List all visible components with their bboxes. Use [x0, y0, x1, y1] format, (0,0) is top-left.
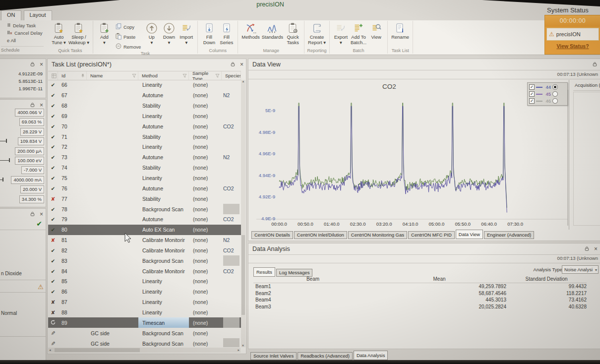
scrollbar-thumb[interactable]: [55, 348, 140, 352]
close-icon[interactable]: ×: [40, 212, 43, 217]
down-button[interactable]: Down▾: [160, 21, 178, 46]
scroll-up-icon[interactable]: ▲: [242, 80, 245, 83]
fill-series-button[interactable]: FillSeries: [218, 21, 235, 46]
legend-checkbox[interactable]: ✓: [529, 84, 535, 90]
panel-controls[interactable]: [592, 61, 598, 67]
legend-checkbox[interactable]: ✓: [529, 91, 535, 97]
parameter-field[interactable]: 109.834 V: [18, 137, 44, 145]
tab-centrion-mfc-pid[interactable]: CentrION MFC PID: [408, 231, 455, 239]
select-all-header[interactable]: [48, 71, 58, 80]
task-row[interactable]: ✔72Linearity(none): [48, 142, 241, 152]
tab-data-analysis[interactable]: Data Analysis: [354, 351, 388, 360]
lock-icon[interactable]: [230, 61, 236, 67]
task-row[interactable]: ✔78Background Scan(none): [48, 204, 241, 214]
slider-handle[interactable]: [2, 178, 3, 182]
task-row[interactable]: ✔84Calibrate Monitorir(none)CO2: [48, 266, 241, 276]
tab-centrion-details[interactable]: CentrION Details: [251, 231, 293, 239]
sleep-wakeup-button[interactable]: Sleep /Wakeup ▾: [67, 21, 90, 46]
tab-log-messages[interactable]: Log Messages: [276, 269, 313, 277]
ribbon-tab-on[interactable]: ON: [1, 10, 21, 20]
import-button[interactable]: Import▾: [178, 21, 195, 46]
task-row[interactable]: ✘87Linearity(none): [48, 297, 241, 307]
add-to-batch-button[interactable]: Add ToBatch...: [350, 21, 367, 46]
legend-radio[interactable]: [552, 91, 558, 97]
task-row[interactable]: ✔86Linearity(none): [48, 287, 241, 297]
task-row[interactable]: 89Timescan(none): [48, 317, 241, 328]
lock-icon[interactable]: [30, 102, 35, 108]
scrollbar-thumb[interactable]: [241, 235, 245, 315]
parameter-field[interactable]: 200.000 µA: [15, 147, 44, 155]
tab-readbacks-advanced[interactable]: Readbacks (Advanced): [298, 352, 353, 360]
column-header-method[interactable]: Method: [138, 71, 189, 80]
rename-button[interactable]: Rename: [390, 21, 410, 41]
slider-handle[interactable]: [9, 158, 10, 162]
delay-task-button[interactable]: Delay Task: [0, 22, 47, 29]
slider-track[interactable]: [0, 160, 9, 161]
column-header-species[interactable]: Species: [222, 71, 241, 80]
lock-icon[interactable]: [30, 61, 35, 67]
lock-icon[interactable]: [584, 246, 590, 251]
scroll-down-icon[interactable]: ▼: [241, 344, 244, 347]
tab-centrion-inlet-dilution[interactable]: CentrION Inlet/Dilution: [294, 231, 347, 239]
column-header-name[interactable]: Name: [87, 71, 138, 80]
parameter-field[interactable]: 20.000 V: [20, 185, 44, 193]
panel-controls[interactable]: ×: [30, 211, 43, 217]
task-list-header[interactable]: IdNameMethodSample TypeSpecies: [48, 71, 241, 80]
remove-button[interactable]: Remove: [115, 43, 141, 51]
close-icon[interactable]: ×: [594, 246, 598, 251]
task-row[interactable]: ✔76Autotune(none)CO2: [48, 183, 241, 193]
panel-controls[interactable]: ×: [584, 246, 598, 251]
ribbon-tab-layout[interactable]: Layout: [24, 10, 52, 20]
panel-controls[interactable]: ×: [30, 61, 43, 67]
task-row[interactable]: ✔80Auto EX Scan(none): [48, 225, 241, 235]
quick-tasks-button[interactable]: QuickTasks: [284, 21, 301, 46]
auto-tune-button[interactable]: AutoTune ▾: [50, 21, 67, 46]
methods-button[interactable]: Methods: [240, 21, 260, 41]
task-row[interactable]: ✔74Stability(none): [48, 163, 241, 173]
task-row[interactable]: ✘81Calibrate Monitorir(none)N2: [48, 235, 241, 245]
vertical-scrollbar[interactable]: ▲▼: [241, 80, 245, 347]
task-row[interactable]: ✔66Linearity(none): [48, 80, 241, 90]
tab-centrion-monitoring-gas[interactable]: CentrION Monitoring Gas: [348, 231, 407, 239]
task-row[interactable]: ✔79Autotune(none)CO2: [48, 214, 241, 225]
parameter-field[interactable]: 28.229 V: [20, 128, 44, 136]
lock-icon[interactable]: [592, 61, 598, 67]
legend-radio[interactable]: [552, 84, 558, 90]
analysis-type-dropdown[interactable]: Noise Analysi▾: [562, 265, 599, 274]
tab-results[interactable]: Results: [253, 267, 275, 277]
task-row[interactable]: ✎GC sideBackground Scan(none): [48, 328, 241, 338]
task-row[interactable]: ✔73Autotune(none)N2: [48, 152, 241, 163]
task-row[interactable]: ✔85Linearity(none): [48, 276, 241, 287]
up-button[interactable]: Up▾: [143, 21, 160, 46]
task-row[interactable]: ✔68Stability(none): [48, 101, 241, 111]
parameter-field[interactable]: 100.000 eV: [15, 157, 44, 165]
column-header-sample-type[interactable]: Sample Type: [189, 71, 222, 80]
create-report-button[interactable]: CreateReport ▾: [307, 21, 327, 46]
task-row[interactable]: ✘88Linearity(none): [48, 307, 241, 318]
lock-icon[interactable]: [30, 211, 35, 217]
task-row[interactable]: ✎GC sideBackground Scan(none): [48, 338, 241, 347]
close-icon[interactable]: ×: [40, 62, 43, 67]
legend-radio[interactable]: [552, 98, 558, 104]
task-row[interactable]: ✔83Background Scan(none): [48, 255, 241, 266]
parameter-field[interactable]: 34.300 %: [19, 195, 44, 203]
parameter-field[interactable]: 4000.000 mA: [11, 176, 44, 184]
task-row[interactable]: ✔71Stability(none): [48, 131, 241, 142]
slider-track[interactable]: [0, 141, 6, 141]
panel-controls[interactable]: ×: [30, 102, 43, 108]
parameter-field[interactable]: 69.063 %: [19, 118, 44, 126]
tab-source-inlet-valves[interactable]: Source Inlet Valves: [250, 352, 297, 360]
fill-down-button[interactable]: FillDown: [200, 21, 218, 46]
e-all-button[interactable]: e All: [0, 37, 47, 44]
horizontal-scrollbar[interactable]: ◂▸: [48, 348, 240, 353]
legend-checkbox[interactable]: ✓: [529, 98, 535, 104]
close-icon[interactable]: ×: [40, 103, 43, 108]
export-button[interactable]: Export▾: [332, 21, 350, 46]
tab-engineer-advanced[interactable]: Engineer (Advanced): [484, 231, 534, 239]
cancel-delay-button[interactable]: Cancel Delay: [0, 29, 47, 37]
tab-data-view[interactable]: Data View: [456, 230, 483, 239]
slider-handle[interactable]: [6, 139, 7, 143]
scroll-right-icon[interactable]: ▸: [238, 348, 240, 352]
standards-button[interactable]: Standards: [261, 21, 284, 41]
task-row[interactable]: ✔70Autotune(none)CO2: [48, 121, 241, 131]
